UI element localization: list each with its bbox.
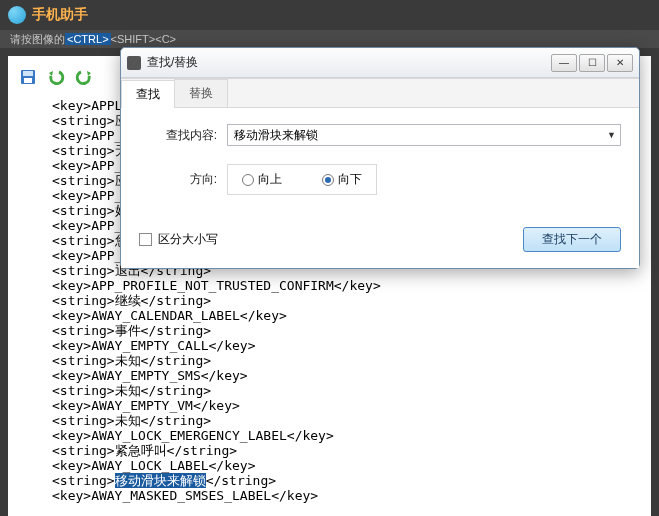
minimize-button[interactable]: — [551,54,577,72]
tab-replace[interactable]: 替换 [174,79,228,107]
undo-icon[interactable] [44,66,68,88]
case-checkbox[interactable]: 区分大小写 [139,231,218,248]
radio-down[interactable]: 向下 [322,171,362,188]
svg-rect-1 [23,71,33,76]
find-label: 查找内容: [139,127,217,144]
app-title: 手机助手 [32,6,88,24]
radio-dot-icon [322,174,334,186]
tabs: 查找 替换 [121,79,639,108]
close-button[interactable]: ✕ [607,54,633,72]
svg-rect-2 [24,78,32,83]
app-icon [8,6,26,24]
find-replace-dialog: 查找/替换 — ☐ ✕ 查找 替换 查找内容: 移动滑块来解锁 ▼ 方向: [120,47,640,269]
direction-label: 方向: [139,171,217,188]
dialog-titlebar[interactable]: 查找/替换 — ☐ ✕ [121,48,639,78]
radio-up[interactable]: 向上 [242,171,282,188]
find-input[interactable]: 移动滑块来解锁 ▼ [227,124,621,146]
app-titlebar: 手机助手 [0,0,659,30]
chevron-down-icon[interactable]: ▼ [607,130,616,140]
find-value: 移动滑块来解锁 [234,127,318,144]
dialog-title: 查找/替换 [147,54,551,71]
save-icon[interactable] [16,66,40,88]
maximize-button[interactable]: ☐ [579,54,605,72]
tab-find[interactable]: 查找 [121,80,175,108]
checkbox-icon [139,233,152,246]
redo-icon[interactable] [72,66,96,88]
find-next-button[interactable]: 查找下一个 [523,227,621,252]
hint-bar: 请按图像的<CTRL><SHIFT><C> [0,30,659,48]
dialog-icon [127,56,141,70]
radio-dot-icon [242,174,254,186]
direction-group: 向上 向下 [227,164,377,195]
